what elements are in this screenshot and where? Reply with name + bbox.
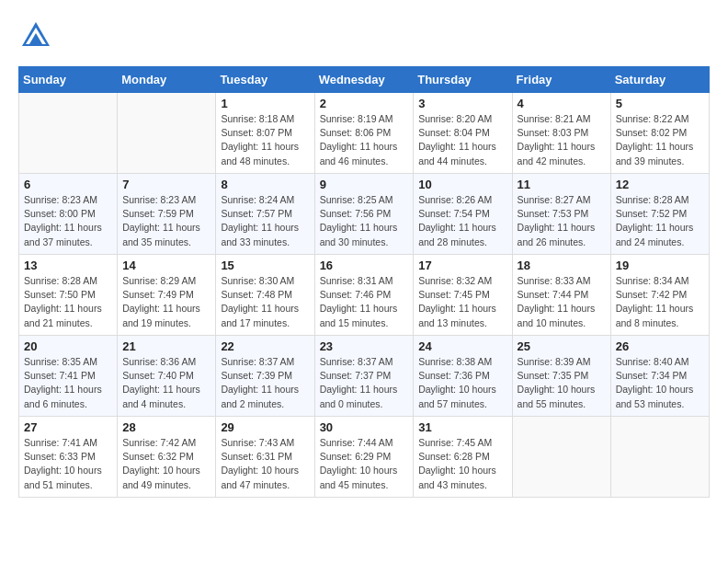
day-info: Sunrise: 8:31 AM Sunset: 7:46 PM Dayligh… bbox=[320, 274, 409, 330]
day-info: Sunrise: 8:22 AM Sunset: 8:02 PM Dayligh… bbox=[616, 112, 704, 168]
day-number: 4 bbox=[518, 97, 606, 110]
day-number: 18 bbox=[518, 259, 606, 272]
day-info: Sunrise: 7:45 AM Sunset: 6:28 PM Dayligh… bbox=[418, 436, 506, 492]
day-number: 26 bbox=[616, 339, 704, 353]
day-number: 12 bbox=[616, 178, 704, 191]
day-info: Sunrise: 7:41 AM Sunset: 6:33 PM Dayligh… bbox=[24, 436, 112, 492]
calendar-cell: 21Sunrise: 8:36 AM Sunset: 7:40 PM Dayli… bbox=[118, 336, 216, 417]
logo-icon bbox=[18, 18, 53, 53]
day-info: Sunrise: 8:30 AM Sunset: 7:48 PM Dayligh… bbox=[221, 274, 309, 330]
calendar-cell: 23Sunrise: 8:37 AM Sunset: 7:37 PM Dayli… bbox=[314, 336, 414, 417]
day-number: 19 bbox=[616, 259, 704, 272]
day-number: 30 bbox=[320, 420, 409, 434]
calendar-cell: 14Sunrise: 8:29 AM Sunset: 7:49 PM Dayli… bbox=[118, 255, 216, 336]
calendar-cell bbox=[610, 417, 709, 498]
day-number: 22 bbox=[221, 339, 309, 353]
day-number: 9 bbox=[320, 178, 409, 191]
calendar-cell: 13Sunrise: 8:28 AM Sunset: 7:50 PM Dayli… bbox=[19, 255, 118, 336]
calendar-cell: 5Sunrise: 8:22 AM Sunset: 8:02 PM Daylig… bbox=[610, 93, 709, 174]
week-row-1: 1Sunrise: 8:18 AM Sunset: 8:07 PM Daylig… bbox=[19, 93, 710, 174]
day-number: 28 bbox=[122, 420, 210, 434]
day-number: 16 bbox=[320, 259, 409, 272]
day-number: 3 bbox=[418, 97, 506, 110]
day-info: Sunrise: 8:36 AM Sunset: 7:40 PM Dayligh… bbox=[122, 355, 210, 411]
day-info: Sunrise: 8:37 AM Sunset: 7:37 PM Dayligh… bbox=[320, 355, 409, 411]
weekday-header-row: SundayMondayTuesdayWednesdayThursdayFrid… bbox=[19, 67, 710, 93]
calendar-cell: 25Sunrise: 8:39 AM Sunset: 7:35 PM Dayli… bbox=[512, 336, 610, 417]
day-info: Sunrise: 8:39 AM Sunset: 7:35 PM Dayligh… bbox=[518, 355, 606, 411]
week-row-5: 27Sunrise: 7:41 AM Sunset: 6:33 PM Dayli… bbox=[19, 417, 710, 498]
calendar-cell bbox=[512, 417, 610, 498]
day-info: Sunrise: 8:23 AM Sunset: 8:00 PM Dayligh… bbox=[24, 193, 112, 249]
day-info: Sunrise: 8:27 AM Sunset: 7:53 PM Dayligh… bbox=[518, 193, 606, 249]
weekday-header-sunday: Sunday bbox=[19, 67, 118, 93]
calendar-cell: 17Sunrise: 8:32 AM Sunset: 7:45 PM Dayli… bbox=[414, 255, 512, 336]
day-info: Sunrise: 8:20 AM Sunset: 8:04 PM Dayligh… bbox=[418, 112, 506, 168]
day-number: 2 bbox=[320, 97, 409, 110]
calendar-cell: 11Sunrise: 8:27 AM Sunset: 7:53 PM Dayli… bbox=[512, 174, 610, 255]
day-number: 8 bbox=[221, 178, 309, 191]
week-row-3: 13Sunrise: 8:28 AM Sunset: 7:50 PM Dayli… bbox=[19, 255, 710, 336]
week-row-2: 6Sunrise: 8:23 AM Sunset: 8:00 PM Daylig… bbox=[19, 174, 710, 255]
calendar-cell: 20Sunrise: 8:35 AM Sunset: 7:41 PM Dayli… bbox=[19, 336, 118, 417]
calendar-cell: 29Sunrise: 7:43 AM Sunset: 6:31 PM Dayli… bbox=[216, 417, 314, 498]
day-info: Sunrise: 8:35 AM Sunset: 7:41 PM Dayligh… bbox=[24, 355, 112, 411]
day-info: Sunrise: 8:23 AM Sunset: 7:59 PM Dayligh… bbox=[122, 193, 210, 249]
week-row-4: 20Sunrise: 8:35 AM Sunset: 7:41 PM Dayli… bbox=[19, 336, 710, 417]
day-info: Sunrise: 8:25 AM Sunset: 7:56 PM Dayligh… bbox=[320, 193, 409, 249]
calendar-cell: 27Sunrise: 7:41 AM Sunset: 6:33 PM Dayli… bbox=[19, 417, 118, 498]
calendar-cell: 4Sunrise: 8:21 AM Sunset: 8:03 PM Daylig… bbox=[512, 93, 610, 174]
weekday-header-friday: Friday bbox=[512, 67, 610, 93]
weekday-header-wednesday: Wednesday bbox=[314, 67, 414, 93]
day-info: Sunrise: 8:19 AM Sunset: 8:06 PM Dayligh… bbox=[320, 112, 409, 168]
calendar-cell: 18Sunrise: 8:33 AM Sunset: 7:44 PM Dayli… bbox=[512, 255, 610, 336]
calendar-cell: 8Sunrise: 8:24 AM Sunset: 7:57 PM Daylig… bbox=[216, 174, 314, 255]
calendar-table: SundayMondayTuesdayWednesdayThursdayFrid… bbox=[18, 66, 710, 498]
logo bbox=[18, 18, 61, 57]
calendar-cell bbox=[19, 93, 118, 174]
calendar-cell: 19Sunrise: 8:34 AM Sunset: 7:42 PM Dayli… bbox=[610, 255, 709, 336]
weekday-header-monday: Monday bbox=[118, 67, 216, 93]
day-info: Sunrise: 8:32 AM Sunset: 7:45 PM Dayligh… bbox=[418, 274, 506, 330]
weekday-header-tuesday: Tuesday bbox=[216, 67, 314, 93]
day-number: 23 bbox=[320, 339, 409, 353]
day-number: 24 bbox=[418, 339, 506, 353]
day-info: Sunrise: 8:40 AM Sunset: 7:34 PM Dayligh… bbox=[616, 355, 704, 411]
calendar-cell: 2Sunrise: 8:19 AM Sunset: 8:06 PM Daylig… bbox=[314, 93, 414, 174]
day-number: 6 bbox=[24, 178, 112, 191]
weekday-header-saturday: Saturday bbox=[610, 67, 709, 93]
calendar-cell: 10Sunrise: 8:26 AM Sunset: 7:54 PM Dayli… bbox=[414, 174, 512, 255]
calendar-cell: 15Sunrise: 8:30 AM Sunset: 7:48 PM Dayli… bbox=[216, 255, 314, 336]
day-number: 10 bbox=[418, 178, 506, 191]
day-number: 14 bbox=[122, 259, 210, 272]
calendar-cell: 30Sunrise: 7:44 AM Sunset: 6:29 PM Dayli… bbox=[314, 417, 414, 498]
day-info: Sunrise: 8:24 AM Sunset: 7:57 PM Dayligh… bbox=[221, 193, 309, 249]
day-info: Sunrise: 8:18 AM Sunset: 8:07 PM Dayligh… bbox=[221, 112, 309, 168]
calendar-cell: 22Sunrise: 8:37 AM Sunset: 7:39 PM Dayli… bbox=[216, 336, 314, 417]
calendar-cell bbox=[118, 93, 216, 174]
calendar-cell: 7Sunrise: 8:23 AM Sunset: 7:59 PM Daylig… bbox=[118, 174, 216, 255]
day-number: 31 bbox=[418, 420, 506, 434]
day-info: Sunrise: 8:38 AM Sunset: 7:36 PM Dayligh… bbox=[418, 355, 506, 411]
day-info: Sunrise: 7:44 AM Sunset: 6:29 PM Dayligh… bbox=[320, 436, 409, 492]
calendar-cell: 31Sunrise: 7:45 AM Sunset: 6:28 PM Dayli… bbox=[414, 417, 512, 498]
day-info: Sunrise: 8:28 AM Sunset: 7:52 PM Dayligh… bbox=[616, 193, 704, 249]
calendar-cell: 12Sunrise: 8:28 AM Sunset: 7:52 PM Dayli… bbox=[610, 174, 709, 255]
day-number: 29 bbox=[221, 420, 309, 434]
day-info: Sunrise: 7:43 AM Sunset: 6:31 PM Dayligh… bbox=[221, 436, 309, 492]
day-info: Sunrise: 8:26 AM Sunset: 7:54 PM Dayligh… bbox=[418, 193, 506, 249]
calendar-cell: 1Sunrise: 8:18 AM Sunset: 8:07 PM Daylig… bbox=[216, 93, 314, 174]
day-number: 27 bbox=[24, 420, 112, 434]
day-info: Sunrise: 7:42 AM Sunset: 6:32 PM Dayligh… bbox=[122, 436, 210, 492]
calendar-cell: 24Sunrise: 8:38 AM Sunset: 7:36 PM Dayli… bbox=[414, 336, 512, 417]
day-number: 7 bbox=[122, 178, 210, 191]
day-number: 13 bbox=[24, 259, 112, 272]
day-info: Sunrise: 8:33 AM Sunset: 7:44 PM Dayligh… bbox=[518, 274, 606, 330]
day-number: 11 bbox=[518, 178, 606, 191]
day-info: Sunrise: 8:29 AM Sunset: 7:49 PM Dayligh… bbox=[122, 274, 210, 330]
calendar-cell: 16Sunrise: 8:31 AM Sunset: 7:46 PM Dayli… bbox=[314, 255, 414, 336]
day-info: Sunrise: 8:37 AM Sunset: 7:39 PM Dayligh… bbox=[221, 355, 309, 411]
day-number: 20 bbox=[24, 339, 112, 353]
calendar-cell: 9Sunrise: 8:25 AM Sunset: 7:56 PM Daylig… bbox=[314, 174, 414, 255]
day-info: Sunrise: 8:28 AM Sunset: 7:50 PM Dayligh… bbox=[24, 274, 112, 330]
